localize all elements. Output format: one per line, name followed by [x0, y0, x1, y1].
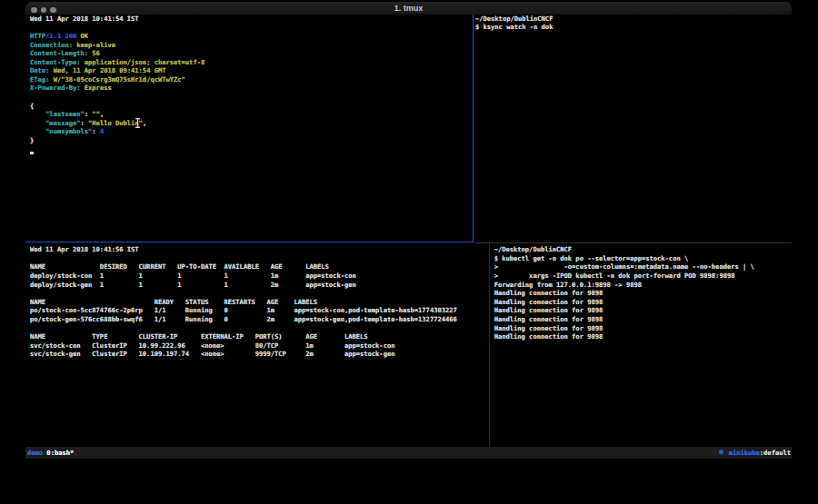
- terminal-cursor: [30, 152, 34, 154]
- pane-top-right[interactable]: ~/Desktop/DublinCNCF$ ksync watch -n dok: [475, 15, 553, 32]
- terminal-line: "lastseen": "",: [30, 110, 204, 119]
- terminal-line: Content-Type: application/json; charset=…: [30, 58, 204, 67]
- terminal-line: po/stock-con-5cc874766c-2p6rp 1/1 Runnin…: [30, 306, 457, 315]
- terminal-line: [30, 289, 457, 298]
- terminal-line: [30, 324, 457, 333]
- terminal-line: ~/Desktop/DublinCNCF: [494, 245, 754, 254]
- pane-border-vertical: [489, 244, 490, 447]
- terminal-line: HTTP/1.1 200 OK: [30, 32, 204, 41]
- terminal-line: NAME DESIRED CURRENT UP-TO-DATE AVAILABL…: [30, 262, 457, 272]
- terminal-line: Handling connection for 9898: [494, 298, 754, 307]
- desktop: Wed 11 Apr 2018 10:41:54 ISTHTTP/1.1 200…: [0, 0, 818, 504]
- terminal-line: Handling connection for 9898: [494, 315, 754, 324]
- pane-border-horizontal: [474, 242, 792, 243]
- kube-context-status: ☸ minikube:default: [719, 447, 791, 459]
- terminal-line: Handling connection for 9898: [494, 332, 754, 341]
- terminal-line: "numsymbols": 4: [30, 127, 204, 136]
- terminal-line: Forwarding from 127.0.0.1:9898 -> 9898: [494, 281, 754, 290]
- terminal-line: [30, 254, 457, 263]
- pane-border-vertical-active: [473, 15, 474, 242]
- terminal-line: svc/stock-con ClusterIP 10.99.222.96 <no…: [30, 341, 457, 351]
- terminal-line: [30, 93, 204, 102]
- terminal-line: Connection: keep-alive: [30, 41, 204, 50]
- status-bar: demo 0:bash* ☸ minikube:default: [25, 447, 792, 459]
- terminal-line: Wed 11 Apr 2018 10:41:56 IST: [30, 245, 457, 254]
- terminal-line: $ kubectl get -n dok po --selector=app=s…: [494, 254, 754, 263]
- pane-border-horizontal-active: [25, 242, 474, 242]
- terminal-line: [30, 23, 204, 32]
- terminal-line: NAME TYPE CLUSTER-IP EXTERNAL-IP PORT(S)…: [30, 332, 457, 341]
- terminal-line: Date: Wed, 11 Apr 2018 09:41:54 GMT: [30, 66, 204, 75]
- terminal-line: po/stock-gen-576cc688bb-swqf6 1/1 Runnin…: [30, 315, 457, 324]
- pane-bottom-right[interactable]: ~/Desktop/DublinCNCF$ kubectl get -n dok…: [494, 245, 754, 341]
- terminal-line: deploy/stock-gen 1 1 1 1 2m app=stock-ge…: [30, 281, 457, 290]
- terminal-line: NAME READY STATUS RESTARTS AGE LABELS: [30, 298, 457, 307]
- terminal-line: svc/stock-gen ClusterIP 10.109.197.74 <n…: [30, 350, 457, 359]
- terminal-line: Content-Length: 56: [30, 49, 204, 58]
- terminal-line: X-Powered-By: Express: [30, 84, 204, 93]
- pane-top-left[interactable]: Wed 11 Apr 2018 10:41:54 ISTHTTP/1.1 200…: [30, 15, 204, 145]
- terminal-line: Handling connection for 9898: [494, 324, 754, 333]
- terminal-line: }: [30, 136, 204, 145]
- terminal-line: > -o=custom-columns=:metadata.name --no-…: [494, 262, 754, 272]
- terminal-line: ETag: W/"38-05coCsrg3mQ75sHr1d/qcWTwYZc": [30, 75, 204, 84]
- terminal-line: Wed 11 Apr 2018 10:41:54 IST: [30, 15, 204, 24]
- terminal-line: Handling connection for 9898: [494, 306, 754, 315]
- pane-bottom-left[interactable]: Wed 11 Apr 2018 10:41:56 ISTNAME DESIRED…: [30, 245, 457, 359]
- terminal-line: deploy/stock-con 1 1 1 1 1m app=stock-co…: [30, 272, 457, 281]
- text-cursor-icon: [135, 115, 141, 132]
- terminal-line: "message": "Hello Dublin",: [30, 119, 204, 128]
- window-title: 1. tmux: [25, 2, 792, 15]
- terminal-line: {: [30, 102, 204, 111]
- session-and-window-status[interactable]: demo 0:bash*: [27, 447, 74, 459]
- terminal-line: $ ksync watch -n dok: [475, 23, 553, 32]
- terminal-line: Handling connection for 9898: [494, 289, 754, 298]
- terminal-line: ~/Desktop/DublinCNCF: [475, 15, 553, 24]
- terminal-line: > xargs -IPOD kubectl -n dok port-forwar…: [494, 272, 754, 281]
